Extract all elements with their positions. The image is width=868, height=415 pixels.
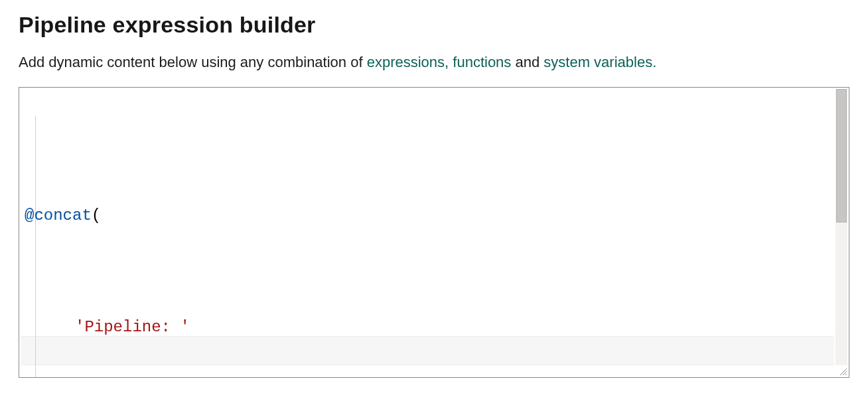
subtitle-sep2: and [511,54,543,70]
subtitle-text-pre: Add dynamic content below using any comb… [19,54,367,70]
editor-scrollbar[interactable] [835,89,847,365]
expression-editor[interactable]: @concat( 'Pipeline: ' , , '<br>' , 'Work… [19,87,849,378]
link-functions[interactable]: functions [453,54,511,70]
token-string: 'Pipeline: ' [75,318,190,336]
link-expressions[interactable]: expressions, [367,54,449,70]
subtitle: Add dynamic content below using any comb… [19,52,849,72]
token-open-paren: ( [92,207,101,224]
editor-scrollbar-thumb[interactable] [836,89,847,223]
code-line-2[interactable]: 'Pipeline: ' [25,313,843,341]
code-area[interactable]: @concat( 'Pipeline: ' , , '<br>' , 'Work… [19,88,849,377]
link-system-variables[interactable]: system variables. [543,54,656,70]
token-function-concat: @concat [25,207,92,224]
page-title: Pipeline expression builder [19,12,849,38]
code-line-1[interactable]: @concat( [25,202,843,230]
editor-resize-handle-icon[interactable] [838,367,847,376]
svg-line-2 [845,374,847,375]
